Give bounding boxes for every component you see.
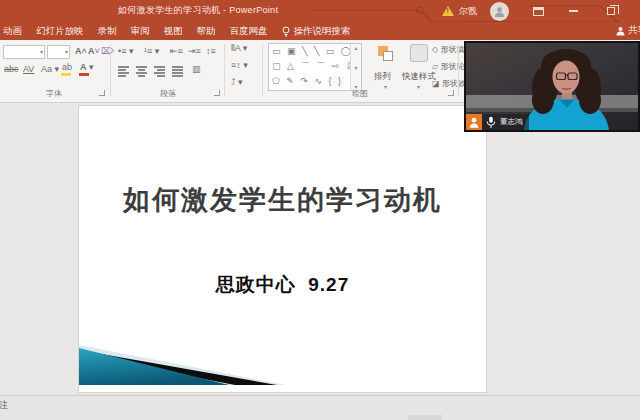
font-color-button[interactable]: A ▾	[80, 62, 94, 72]
tell-me-search[interactable]: 操作说明搜索	[282, 25, 351, 38]
person-icon	[493, 5, 506, 18]
minimize-icon	[569, 10, 578, 12]
webcam-participant-name: 董志鸿	[500, 117, 523, 127]
numbering-button[interactable]: ¹≡ ▾	[144, 46, 159, 56]
tab-review[interactable]: 审阅	[131, 25, 150, 38]
align-text-button[interactable]: ≡↕ ▾	[231, 60, 248, 70]
shrink-font-button[interactable]: A˅	[88, 46, 100, 56]
shapes-row-1: ▭ ▣ ╲ ╲ ▭ ◯	[269, 44, 361, 59]
status-bar-chip	[408, 415, 442, 420]
drawing-group-label: 绘图	[262, 88, 458, 99]
quick-styles-button[interactable]: 快速样式	[402, 71, 436, 83]
ribbon-display-icon	[533, 7, 544, 16]
webcam-name-bar: 董志鸿	[466, 114, 529, 130]
shapes-gallery[interactable]: ▭ ▣ ╲ ╲ ▭ ◯ ▢ △ ⌒ ⌒ ⇨ ⇩ ⬠ ✎ ↷ ∿ { } ▴▾▾	[268, 43, 362, 91]
tab-help[interactable]: 帮助	[197, 25, 216, 38]
strikethrough-button[interactable]: abc	[4, 64, 19, 74]
font-group-label: 字体	[0, 88, 108, 99]
tab-animations[interactable]: 动画	[3, 25, 22, 38]
ribbon-display-options-button[interactable]	[523, 0, 553, 22]
highlight-color-button[interactable]: ab	[62, 62, 72, 72]
title-bar: 如何激发学生的学习动机 - PowerPoint 尔戬	[0, 0, 640, 22]
quick-styles-icon	[410, 44, 428, 62]
editing-canvas: 如何激发学生的学习动机 思政中心 9.27	[0, 103, 640, 395]
highlight-color-strip	[61, 73, 71, 76]
slide[interactable]: 如何激发学生的学习动机 思政中心 9.27	[78, 105, 487, 393]
convert-smartart-button[interactable]: ⤴ ▾	[231, 77, 243, 87]
status-comments-partial[interactable]: 批注	[0, 399, 8, 412]
character-spacing-button[interactable]: AV	[23, 64, 34, 74]
account-avatar[interactable]	[490, 0, 509, 22]
microphone-icon[interactable]	[486, 116, 496, 129]
lightbulb-icon	[282, 26, 290, 37]
align-left-button[interactable]	[118, 66, 129, 78]
decrease-indent-button[interactable]: ⇤≡	[170, 46, 183, 56]
justify-button[interactable]	[172, 66, 183, 78]
columns-button[interactable]: ▥	[192, 64, 201, 74]
ribbon-tab-bar: 动画 幻灯片放映 录制 审阅 视图 帮助 百度网盘 操作说明搜索	[0, 22, 640, 40]
text-direction-button[interactable]: ⫴A ▾	[231, 43, 247, 54]
tell-me-label: 操作说明搜索	[294, 25, 351, 38]
window-title: 如何激发学生的学习动机 - PowerPoint	[118, 4, 278, 17]
align-center-button[interactable]	[136, 66, 147, 78]
shapes-gallery-scrollbar[interactable]: ▴▾▾	[350, 44, 361, 90]
tab-record[interactable]: 录制	[98, 25, 117, 38]
tab-slideshow[interactable]: 幻灯片放映	[36, 25, 84, 38]
share-person-icon	[616, 26, 625, 36]
minimize-button[interactable]	[558, 0, 588, 22]
autosave-warning-icon	[442, 0, 454, 22]
shapes-row-2: ▢ △ ⌒ ⌒ ⇨ ⇩	[269, 59, 361, 74]
arrange-button[interactable]: 排列	[374, 71, 391, 83]
restore-button[interactable]	[596, 0, 626, 22]
status-bar: 批注	[0, 395, 640, 420]
font-dialog-launcher[interactable]	[99, 90, 105, 96]
restore-icon	[607, 7, 615, 15]
account-user-name[interactable]: 尔戬	[459, 5, 477, 18]
share-button[interactable]: 共享	[616, 24, 640, 37]
slide-corner-decoration	[79, 104, 488, 392]
arrange-icon	[378, 46, 394, 62]
change-case-button[interactable]: Aa ▾	[41, 64, 59, 74]
share-label: 共享	[628, 24, 640, 37]
drawing-dialog-launcher[interactable]	[448, 90, 454, 96]
increase-indent-button[interactable]: ⇥≡	[188, 46, 201, 56]
paragraph-group-label: 段落	[112, 88, 224, 99]
paragraph-dialog-launcher[interactable]	[214, 90, 220, 96]
webcam-presenter-icon	[466, 114, 482, 130]
tab-view[interactable]: 视图	[164, 25, 183, 38]
clear-formatting-button[interactable]: ⌦	[101, 46, 114, 56]
tab-baidu-netdisk[interactable]: 百度网盘	[230, 25, 268, 38]
shapes-row-3: ⬠ ✎ ↷ ∿ { }	[269, 74, 361, 89]
font-color-strip	[79, 73, 89, 76]
line-spacing-button[interactable]: ↕≡	[206, 46, 216, 56]
font-size-combo[interactable]	[47, 45, 70, 59]
webcam-video-overlay[interactable]: 董志鸿	[464, 41, 640, 132]
bullets-button[interactable]: •≡ ▾	[118, 46, 133, 56]
align-right-button[interactable]	[154, 66, 165, 78]
grow-font-button[interactable]: A˄	[75, 46, 87, 56]
font-name-combo[interactable]	[3, 45, 45, 59]
